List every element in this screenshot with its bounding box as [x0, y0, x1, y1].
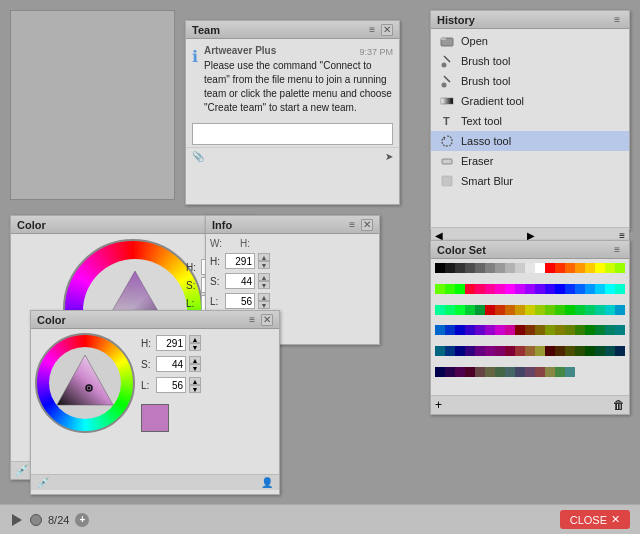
swatch-65[interactable] [515, 325, 525, 335]
swatch-96[interactable] [445, 367, 455, 377]
color-small-panel-header[interactable]: Color ≡ ✕ [31, 311, 279, 329]
info-hue-down[interactable]: ▼ [258, 261, 270, 269]
swatch-59[interactable] [455, 325, 465, 335]
history-item-blur[interactable]: Smart Blur [431, 171, 629, 191]
swatch-99[interactable] [475, 367, 485, 377]
history-item-gradient[interactable]: Gradient tool [431, 91, 629, 111]
swatch-22[interactable] [465, 284, 475, 294]
swatch-36[interactable] [605, 284, 615, 294]
swatch-103[interactable] [515, 367, 525, 377]
swatch-3[interactable] [465, 263, 475, 273]
add-page-button[interactable]: + [75, 513, 89, 527]
small-light-input[interactable] [156, 377, 186, 393]
swatch-86[interactable] [535, 346, 545, 356]
swatch-37[interactable] [615, 284, 625, 294]
swatch-56[interactable] [615, 305, 625, 315]
swatch-89[interactable] [565, 346, 575, 356]
play-button[interactable] [10, 513, 24, 527]
swatch-31[interactable] [555, 284, 565, 294]
swatch-51[interactable] [565, 305, 575, 315]
swatch-93[interactable] [605, 346, 615, 356]
swatch-94[interactable] [615, 346, 625, 356]
swatch-5[interactable] [485, 263, 495, 273]
swatch-18[interactable] [615, 263, 625, 273]
info-hue-up[interactable]: ▲ [258, 253, 270, 261]
swatch-48[interactable] [535, 305, 545, 315]
info-sat-input[interactable] [225, 273, 255, 289]
swatch-50[interactable] [555, 305, 565, 315]
small-sat-up[interactable]: ▲ [189, 356, 201, 364]
swatch-69[interactable] [555, 325, 565, 335]
swatch-49[interactable] [545, 305, 555, 315]
swatch-66[interactable] [525, 325, 535, 335]
small-light-up[interactable]: ▲ [189, 377, 201, 385]
swatch-43[interactable] [485, 305, 495, 315]
swatch-73[interactable] [595, 325, 605, 335]
swatch-90[interactable] [575, 346, 585, 356]
swatch-42[interactable] [475, 305, 485, 315]
history-item-folder[interactable]: Open [431, 31, 629, 51]
swatch-40[interactable] [455, 305, 465, 315]
swatch-16[interactable] [595, 263, 605, 273]
swatch-107[interactable] [555, 367, 565, 377]
team-send-icon[interactable]: ➤ [385, 151, 393, 162]
swatch-32[interactable] [565, 284, 575, 294]
swatch-70[interactable] [565, 325, 575, 335]
color-eyedropper-icon[interactable]: 💉 [15, 464, 29, 477]
swatch-25[interactable] [495, 284, 505, 294]
swatch-52[interactable] [575, 305, 585, 315]
swatch-8[interactable] [515, 263, 525, 273]
swatch-33[interactable] [575, 284, 585, 294]
swatch-88[interactable] [555, 346, 565, 356]
swatch-29[interactable] [535, 284, 545, 294]
small-hue-input[interactable] [156, 335, 186, 351]
swatch-75[interactable] [615, 325, 625, 335]
swatch-39[interactable] [445, 305, 455, 315]
swatch-62[interactable] [485, 325, 495, 335]
swatch-71[interactable] [575, 325, 585, 335]
team-attach-icon[interactable]: 📎 [192, 151, 204, 162]
team-input[interactable] [192, 123, 393, 145]
swatch-105[interactable] [535, 367, 545, 377]
swatch-83[interactable] [505, 346, 515, 356]
info-light-down[interactable]: ▼ [258, 301, 270, 309]
swatch-54[interactable] [595, 305, 605, 315]
team-text-input[interactable] [193, 124, 392, 144]
swatch-1[interactable] [445, 263, 455, 273]
swatch-91[interactable] [585, 346, 595, 356]
swatch-24[interactable] [485, 284, 495, 294]
swatch-0[interactable] [435, 263, 445, 273]
colorset-panel-header[interactable]: Color Set ≡ [431, 241, 629, 259]
swatch-64[interactable] [505, 325, 515, 335]
swatch-4[interactable] [475, 263, 485, 273]
swatch-74[interactable] [605, 325, 615, 335]
swatch-57[interactable] [435, 325, 445, 335]
colorset-add-icon[interactable]: + [435, 398, 442, 412]
info-light-input[interactable] [225, 293, 255, 309]
small-hue-down[interactable]: ▼ [189, 343, 201, 351]
history-item-brush[interactable]: Brush tool [431, 71, 629, 91]
history-panel-header[interactable]: History ≡ [431, 11, 629, 29]
swatch-81[interactable] [485, 346, 495, 356]
swatch-92[interactable] [595, 346, 605, 356]
swatch-19[interactable] [435, 284, 445, 294]
swatch-72[interactable] [585, 325, 595, 335]
swatch-58[interactable] [445, 325, 455, 335]
swatch-60[interactable] [465, 325, 475, 335]
swatch-45[interactable] [505, 305, 515, 315]
swatch-100[interactable] [485, 367, 495, 377]
record-button[interactable] [30, 514, 42, 526]
swatch-104[interactable] [525, 367, 535, 377]
swatch-17[interactable] [605, 263, 615, 273]
history-item-lasso[interactable]: Lasso tool [431, 131, 629, 151]
swatch-97[interactable] [455, 367, 465, 377]
swatch-46[interactable] [515, 305, 525, 315]
info-sat-down[interactable]: ▼ [258, 281, 270, 289]
swatch-21[interactable] [455, 284, 465, 294]
swatch-6[interactable] [495, 263, 505, 273]
info-sat-up[interactable]: ▲ [258, 273, 270, 281]
team-panel-header[interactable]: Team ≡ ✕ [186, 21, 399, 39]
info-panel-header[interactable]: Info ≡ ✕ [206, 216, 379, 234]
swatch-61[interactable] [475, 325, 485, 335]
small-color-swatch[interactable] [141, 404, 169, 432]
